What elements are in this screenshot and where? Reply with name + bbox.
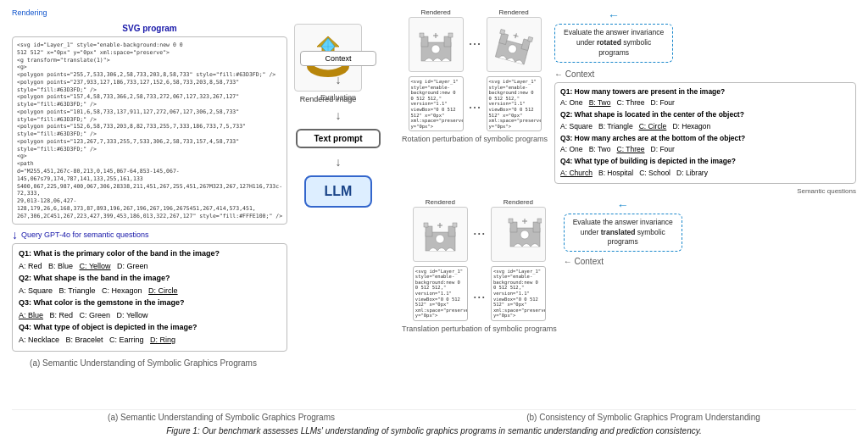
- svg-rect-23: [448, 226, 455, 236]
- rendered-svg-t2: [491, 207, 546, 262]
- translation-code-2: <svg id="Layer_1" style="enable-backgrou…: [491, 266, 546, 321]
- qa-box-left: Q1: What is the primary color of the ban…: [12, 243, 287, 352]
- qa-a2: A: Square B: Triangle C: Hexagon D: Circ…: [19, 286, 281, 297]
- query-arrow: ↓ Query GPT-4o for semantic questions: [12, 228, 287, 241]
- svg-rect-7: [444, 36, 451, 47]
- panels-label-row: (a) Semantic Understanding of Symbolic G…: [12, 409, 856, 422]
- tp-down-arrow: ↓: [336, 155, 342, 169]
- rotation-right-col: ← Evaluate the answer invariance under r…: [554, 8, 856, 195]
- qa-box-right: Q1: How many towers are present in the i…: [554, 82, 856, 184]
- eval-down-arrow2: ↓: [336, 108, 342, 122]
- rendered-label-t1: Rendered: [426, 198, 455, 206]
- top-section: Rendering SVG program <svg id="Layer_1" …: [12, 8, 856, 408]
- callout-rotation-text: Evaluate the answer invariance under rot…: [564, 28, 664, 57]
- callout-translation-text: Evaluate the answer invariance under tra…: [573, 218, 673, 247]
- svg-point-26: [436, 235, 444, 243]
- qa-q1: Q1: What is the primary color of the ban…: [19, 248, 281, 260]
- qa-q4: Q4: What type of object is depicted in t…: [19, 322, 281, 334]
- right-panel: Rendered: [402, 8, 856, 408]
- svg-point-10: [431, 45, 440, 53]
- svg-program-label: SVG program: [12, 24, 287, 33]
- rendered-svg-r2: [487, 17, 542, 72]
- svg-rect-33: [537, 219, 542, 223]
- context-right-label: ← Context: [554, 69, 594, 79]
- text-prompt-box: Text prompt: [296, 129, 381, 148]
- svg-rect-16: [499, 30, 504, 35]
- qa-a1: A: Red B: Blue C: Yellow D: Green: [19, 261, 281, 273]
- svg-rect-24: [424, 223, 428, 227]
- rotation-label: Rotation perturbation of symbolic progra…: [402, 135, 548, 143]
- context-box: Context: [300, 51, 376, 66]
- svg-rect-30: [510, 222, 517, 232]
- translation-rendered-row: Rendered: [413, 198, 546, 262]
- rendered-label-r1: Rendered: [420, 8, 450, 16]
- semantic-questions-label: Semantic questions: [554, 187, 856, 195]
- rendered-label-r2: Rendered: [498, 8, 528, 16]
- middle-panel: Context ↓ Evaluation ↓ Text prompt ↓ LLM: [283, 8, 393, 408]
- svg-rect-17: [527, 36, 532, 42]
- evaluation-label: Evaluation: [320, 93, 356, 102]
- translation-row: Rendered: [402, 198, 856, 333]
- rotation-code-1: <svg id="Layer_1" style="enable-backgrou…: [409, 76, 464, 131]
- llm-label: LLM: [325, 184, 353, 198]
- rotation-images: Rendered: [402, 8, 548, 143]
- svg-rect-8: [420, 33, 424, 37]
- svg-rect-22: [426, 226, 432, 236]
- left-panel-inner: SVG program <svg id="Layer_1" style="ena…: [12, 24, 275, 352]
- right-panel-bottom-label: (b) Consistency of Symbolic Graphics Pro…: [526, 413, 760, 422]
- translation-label: Translation perturbation of symbolic pro…: [402, 325, 557, 333]
- svg-point-34: [520, 230, 529, 239]
- qa-q2: Q2: What shape is the band in the image?: [19, 273, 281, 285]
- rotation-code-row: <svg id="Layer_1" style="enable-backgrou…: [409, 76, 542, 131]
- figure-caption: Figure 1: Our benchmark assesses LLMs' u…: [12, 425, 856, 437]
- query-label: Query GPT-4o for semantic questions: [21, 230, 149, 239]
- rendered-svg-r1: [409, 17, 464, 72]
- qa-a4: A: Necklace B: Bracelet C: Earring D: Ri…: [19, 335, 281, 347]
- translation-code-1: <svg id="Layer_1" style="enable-backgrou…: [413, 266, 468, 321]
- callout-rotation: Evaluate the answer invariance under rot…: [554, 24, 673, 63]
- eval-down-arrow: ↓: [336, 73, 342, 86]
- rotation-rendered-row: Rendered: [409, 8, 542, 72]
- text-prompt-label: Text prompt: [314, 134, 362, 143]
- callout-translation: Evaluate the answer invariance under tra…: [564, 214, 682, 253]
- context-label: Context: [325, 54, 351, 63]
- svg-rect-31: [533, 222, 540, 232]
- rendered-svg-t1: [413, 207, 468, 262]
- context-right-label2: ← Context: [564, 257, 856, 266]
- translation-images: Rendered: [402, 198, 557, 333]
- rotation-row: Rendered: [402, 8, 856, 195]
- svg-code-content: <svg id="Layer_1" style="enable-backgrou…: [17, 42, 282, 219]
- main-container: Rendering SVG program <svg id="Layer_1" …: [0, 0, 868, 444]
- svg-code-box: <svg id="Layer_1" style="enable-backgrou…: [12, 36, 287, 225]
- svg-rect-32: [509, 219, 513, 223]
- rendered-label-t2: Rendered: [504, 198, 533, 206]
- svg-rect-6: [421, 36, 428, 47]
- qa-a3: A: Blue B: Red C: Green D: Yellow: [19, 310, 281, 322]
- llm-box: LLM: [304, 175, 372, 208]
- qa-q3: Q3: What color is the gemstone in the im…: [19, 297, 281, 309]
- left-panel: Rendering SVG program <svg id="Layer_1" …: [12, 8, 275, 408]
- rendering-label: Rendering: [12, 8, 275, 17]
- svg-rect-9: [448, 33, 453, 37]
- rotation-code-2: <svg id="Layer_1" style="enable-backgrou…: [487, 76, 542, 131]
- left-panel-bottom-label: (a) Semantic Understanding of Symbolic G…: [108, 413, 335, 422]
- svg-rect-25: [453, 223, 457, 227]
- translation-code-row: <svg id="Layer_1" style="enable-backgrou…: [413, 266, 546, 321]
- translation-right-col: ← Evaluate the answer invariance under t…: [564, 198, 856, 267]
- left-panel-label: (a) Semantic Understanding of Symbolic G…: [12, 358, 275, 368]
